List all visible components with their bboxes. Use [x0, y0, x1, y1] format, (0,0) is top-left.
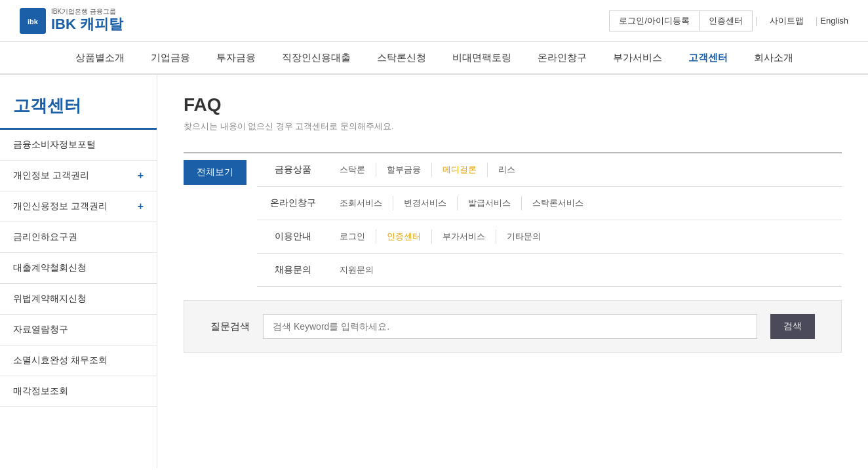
logo-text: IBK기업은행 금융그룹 IBK 캐피탈: [51, 8, 123, 33]
logo-title: IBK 캐피탈: [51, 16, 123, 33]
nav-item-stockloan[interactable]: 스탁론신청: [364, 43, 439, 73]
search-input[interactable]: [263, 314, 757, 339]
nav-item-customer[interactable]: 고객센터: [675, 43, 741, 73]
faq-filter-with-button: 전체보기 금융상품 스탁론 할부금융 메디걸론 리스: [184, 152, 842, 287]
logo-subtitle: IBK기업은행 금융그룹: [51, 8, 123, 16]
sidebar-item-illegal-cancel[interactable]: 위법계약해지신청: [0, 284, 157, 315]
sidebar: 고객센터 금융소비자정보포털 개인정보 고객권리 + 개인신용정보 고객권리 +…: [0, 75, 157, 468]
filter-item-login[interactable]: 로그인: [329, 229, 376, 244]
filter-item-lease[interactable]: 리스: [488, 163, 526, 177]
nav-divider-1: |: [753, 16, 760, 26]
sidebar-item-sale-info[interactable]: 매각정보조회: [0, 376, 157, 407]
ibk-logo-icon: ibk: [20, 8, 46, 34]
sidebar-item-debt-inquiry[interactable]: 소멸시효완성 채무조회: [0, 345, 157, 376]
nav-item-factoring[interactable]: 비대면팩토링: [439, 43, 524, 73]
nav-divider-2: |: [813, 16, 821, 26]
search-label: 질문검색: [210, 321, 250, 333]
category-label-recruit: 채용문의: [257, 255, 323, 285]
filter-item-change[interactable]: 변경서비스: [393, 196, 458, 210]
filter-item-support[interactable]: 지원문의: [329, 263, 384, 277]
faq-search-area: 질문검색 검색: [184, 300, 842, 353]
filter-row-recruit: 채용문의 지원문의: [257, 254, 842, 286]
sitemap-link[interactable]: 사이트맵: [760, 11, 813, 31]
header-nav: 로그인/아이디등록 인증센터 | 사이트맵 | English: [609, 10, 848, 31]
category-items-financial: 스탁론 할부금융 메디걸론 리스: [323, 153, 532, 186]
cert-button[interactable]: 인증센터: [699, 10, 753, 31]
sidebar-item-rate-reduction[interactable]: 금리인하요구권: [0, 222, 157, 253]
login-button[interactable]: 로그인/아이디등록: [609, 10, 699, 31]
filter-item-issuance[interactable]: 발급서비스: [458, 196, 522, 210]
nav-item-products[interactable]: 상품별소개: [62, 43, 138, 73]
filter-item-stockloan-service[interactable]: 스탁론서비스: [522, 196, 594, 210]
nav-item-company[interactable]: 회사소개: [741, 43, 806, 73]
svg-text:ibk: ibk: [28, 18, 39, 26]
english-link[interactable]: English: [820, 16, 848, 26]
content-wrapper: 고객센터 금융소비자정보포털 개인정보 고객권리 + 개인신용정보 고객권리 +…: [0, 75, 868, 468]
filter-item-medical[interactable]: 메디걸론: [432, 163, 488, 177]
top-header: ibk IBK기업은행 금융그룹 IBK 캐피탈 로그인/아이디등록 인증센터 …: [0, 0, 868, 42]
sidebar-item-loan-cancel[interactable]: 대출계약철회신청: [0, 253, 157, 284]
filter-item-inquiry[interactable]: 조회서비스: [329, 196, 393, 210]
nav-item-additional[interactable]: 부가서비스: [600, 43, 675, 73]
category-items-recruit: 지원문의: [323, 254, 391, 286]
category-label-guide: 이용안내: [257, 222, 323, 252]
sidebar-item-personal-rights[interactable]: 개인정보 고객권리 +: [0, 161, 157, 191]
filter-item-stockloan[interactable]: 스탁론: [329, 163, 376, 177]
filter-item-other[interactable]: 기타문의: [496, 229, 551, 244]
nav-item-credit-loan[interactable]: 직장인신용대출: [269, 43, 364, 73]
sidebar-item-consumer-portal[interactable]: 금융소비자정보포털: [0, 130, 157, 161]
category-items-guide: 로그인 인증센터 부가서비스 기타문의: [323, 220, 558, 253]
filter-row-guide: 이용안내 로그인 인증센터 부가서비스 기타문의: [257, 220, 842, 254]
main-content: FAQ 찾으시는 내용이 없으신 경우 고객센터로 문의해주세요. 전체보기 금…: [157, 75, 868, 468]
all-view-button[interactable]: 전체보기: [184, 160, 247, 185]
filter-row-financial: 금융상품 스탁론 할부금융 메디걸론 리스: [257, 153, 842, 187]
sidebar-item-credit-rights[interactable]: 개인신용정보 고객권리 +: [0, 191, 157, 222]
category-label-financial: 금융상품: [257, 155, 323, 185]
nav-item-investment[interactable]: 투자금융: [203, 43, 269, 73]
filter-row-online: 온라인창구 조회서비스 변경서비스 발급서비스 스탁론서비스: [257, 187, 842, 220]
filter-item-additional-service[interactable]: 부가서비스: [432, 229, 496, 244]
category-items-online: 조회서비스 변경서비스 발급서비스 스탁론서비스: [323, 187, 601, 220]
faq-filter-section: 전체보기 금융상품 스탁론 할부금융 메디걸론 리스: [184, 152, 842, 287]
plus-icon-2: +: [138, 201, 144, 212]
filter-item-installment[interactable]: 할부금융: [376, 163, 432, 177]
page-subtitle: 찾으시는 내용이 없으신 경우 고객센터로 문의해주세요.: [184, 121, 842, 132]
filter-item-cert[interactable]: 인증센터: [376, 229, 432, 244]
nav-item-online[interactable]: 온라인창구: [524, 43, 600, 73]
sidebar-item-data-request[interactable]: 자료열람청구: [0, 315, 157, 345]
main-navigation: 상품별소개 기업금융 투자금융 직장인신용대출 스탁론신청 비대면팩토링 온라인…: [0, 42, 868, 75]
all-view-button-container: 전체보기: [184, 153, 257, 287]
plus-icon-1: +: [138, 170, 144, 182]
nav-item-corporate[interactable]: 기업금융: [138, 43, 203, 73]
category-label-online: 온라인창구: [257, 188, 323, 218]
sidebar-title: 고객센터: [0, 88, 157, 130]
search-button[interactable]: 검색: [770, 314, 815, 339]
logo-area: ibk IBK기업은행 금융그룹 IBK 캐피탈: [20, 8, 123, 34]
page-title: FAQ: [184, 94, 842, 115]
faq-filter-table: 금융상품 스탁론 할부금융 메디걸론 리스 온라인창구 조회서비스: [257, 153, 842, 287]
